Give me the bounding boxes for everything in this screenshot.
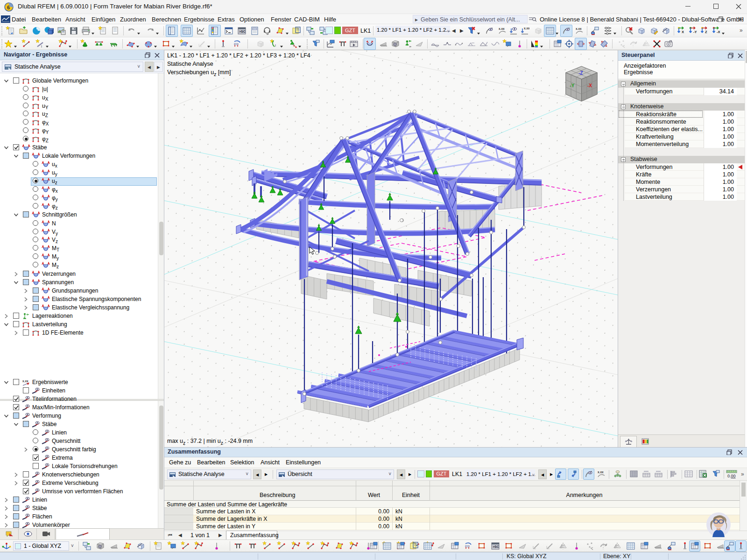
svg-text:I: I — [275, 44, 276, 47]
svg-text:0.00: 0.00 — [727, 474, 736, 478]
svg-text:-X: -X — [587, 83, 592, 88]
svg-text:-X: -X — [717, 30, 720, 34]
svg-text:x.xx: x.xx — [576, 27, 582, 30]
svg-text:x.xx: x.xx — [22, 379, 28, 383]
svg-text:I: I — [41, 45, 42, 48]
svg-text:x.xx: x.xx — [598, 470, 604, 474]
svg-text:-Y: -Y — [570, 83, 575, 88]
svg-text:x.xx: x.xx — [524, 27, 529, 30]
svg-text:6: 6 — [7, 5, 10, 10]
svg-text:-Y: -Y — [693, 30, 697, 34]
svg-text:x.xx: x.xx — [499, 27, 505, 30]
svg-text:Z: Z — [705, 30, 707, 34]
svg-text:-Z: -Z — [578, 70, 583, 76]
svg-text:X: X — [682, 30, 684, 34]
svg-text:>SC: >SC — [493, 545, 499, 548]
svg-text:>SC: >SC — [239, 30, 246, 33]
